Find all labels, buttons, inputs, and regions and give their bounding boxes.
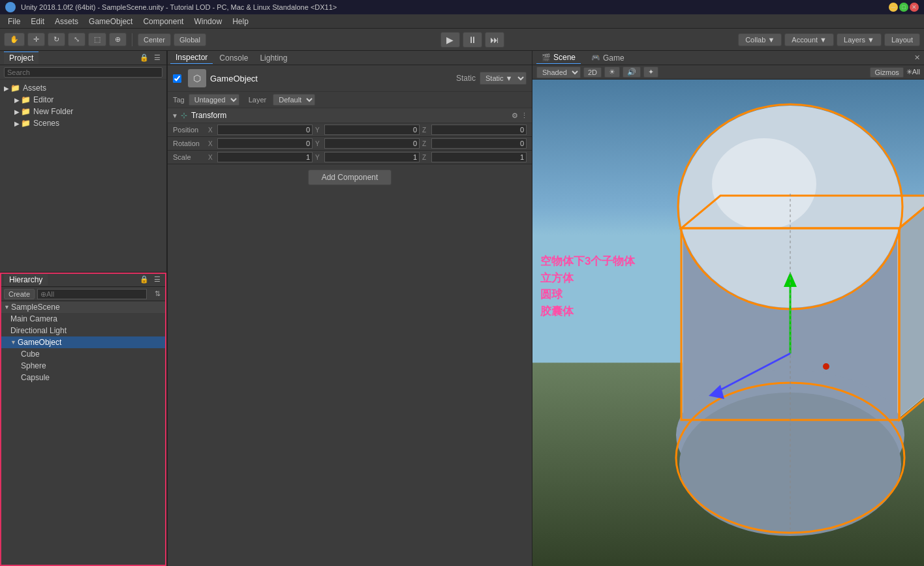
menu-help[interactable]: Help (227, 16, 254, 27)
menu-edit[interactable]: Edit (25, 16, 50, 27)
project-panel-icons: 🔒 ☰ (139, 53, 162, 63)
project-search-bar (0, 65, 166, 80)
lighting-toggle[interactable]: ☀ (604, 67, 620, 78)
center-button[interactable]: Center (138, 33, 171, 46)
create-button[interactable]: Create (4, 289, 35, 299)
scale-z-input[interactable] (431, 152, 527, 162)
menu-component[interactable]: Component (138, 16, 189, 27)
position-y-input[interactable]: 0 (324, 125, 420, 135)
rect-tool[interactable]: ⬚ (88, 33, 106, 46)
capsule-label: Capsule (21, 373, 50, 382)
transform-arrow: ▼ (172, 112, 178, 119)
scene-close-icon[interactable]: ✕ (914, 53, 920, 62)
scale-x-input[interactable] (217, 152, 313, 162)
rotation-x-input[interactable] (217, 138, 313, 149)
lock-icon[interactable]: 🔒 (139, 53, 149, 63)
tab-game[interactable]: 🎮 Game (586, 52, 630, 64)
tab-scene[interactable]: 🎬 Scene (536, 52, 581, 64)
tag-dropdown[interactable]: Untagged (189, 94, 239, 106)
layout-button[interactable]: Layout (884, 33, 920, 46)
account-button[interactable]: Account ▼ (784, 33, 834, 46)
layer-label: Layer (249, 96, 267, 104)
shading-mode-select[interactable]: Shaded (536, 67, 581, 78)
play-button[interactable]: ▶ (440, 32, 460, 48)
collab-button[interactable]: Collab ▼ (738, 33, 782, 46)
layer-dropdown[interactable]: Default (273, 94, 315, 106)
hierarchy-lock-icon[interactable]: 🔒 (139, 275, 149, 285)
tab-project[interactable]: Project (4, 52, 38, 64)
gameobject-active-checkbox[interactable] (173, 74, 181, 83)
menu-assets[interactable]: Assets (50, 16, 84, 27)
hierarchy-menu-icon[interactable]: ☰ (152, 275, 162, 285)
position-z-input[interactable]: 0 (431, 125, 527, 135)
editor-label: Editor (33, 95, 54, 104)
layers-button[interactable]: Layers ▼ (837, 33, 882, 46)
scene-item[interactable]: ▼ SampleScene (0, 301, 166, 313)
menu-window[interactable]: Window (189, 16, 227, 27)
rot-x-label: X (208, 140, 216, 147)
window-controls[interactable]: ─ □ ✕ (889, 3, 919, 12)
scene-tab-controls: ✕ (914, 53, 920, 62)
position-x-input[interactable]: 0 (217, 125, 313, 135)
move-tool[interactable]: ✛ (27, 33, 45, 46)
directional-light-item[interactable]: Directional Light (0, 325, 166, 336)
minimize-button[interactable]: ─ (889, 3, 898, 12)
transform-component-header[interactable]: ▼ ⊹ Transform ⚙ ⋮ (168, 108, 532, 123)
rotation-z-input[interactable] (431, 138, 527, 149)
inspector-tabs: Inspector Console Lighting (168, 51, 532, 65)
tab-lighting[interactable]: Lighting (254, 52, 292, 64)
scene-3d-viewport[interactable]: X Y Z Iso https://blog.csdn.net/ChinrCSD… (532, 80, 924, 566)
scale-y-input[interactable] (324, 152, 420, 162)
menu-file[interactable]: File (3, 16, 25, 27)
project-search-input[interactable] (4, 67, 162, 78)
gameobject-item[interactable]: ▼ GameObject (0, 336, 166, 348)
tab-hierarchy[interactable]: Hierarchy (4, 273, 48, 286)
pause-button[interactable]: ⏸ (463, 32, 482, 48)
gameobject-name[interactable]: GameObject (210, 74, 452, 83)
add-component-button[interactable]: Add Component (308, 170, 392, 185)
transform-icon: ⊹ (181, 111, 187, 120)
scale-x-field: X (208, 152, 313, 162)
main-camera-item[interactable]: Main Camera (0, 313, 166, 325)
menu-icon[interactable]: ☰ (152, 53, 162, 63)
inspector-gameobject-header: ⬡ GameObject Static Static ▼ (168, 65, 532, 92)
cube-item[interactable]: Cube (0, 348, 166, 360)
transform-overflow-icon[interactable]: ⋮ (521, 112, 528, 120)
audio-toggle[interactable]: 🔊 (623, 67, 641, 78)
step-button[interactable]: ⏭ (485, 32, 504, 48)
tag-label: Tag (173, 96, 185, 104)
hand-tool[interactable]: ✋ (4, 33, 25, 46)
static-label: Static (456, 74, 476, 83)
rotate-tool[interactable]: ↻ (48, 33, 65, 46)
transform-settings-icon[interactable]: ⚙ (512, 112, 518, 120)
hierarchy-sort-icon[interactable]: ⇅ (152, 289, 162, 299)
tab-inspector[interactable]: Inspector (170, 52, 213, 64)
static-dropdown[interactable]: Static ▼ (480, 72, 527, 85)
fx-toggle[interactable]: ✦ (643, 67, 658, 78)
project-folder-scenes[interactable]: ▶ 📁 Scenes (1, 117, 165, 129)
global-button[interactable]: Global (174, 33, 206, 46)
project-folder-assets[interactable]: ▶ 📁 Assets (1, 82, 165, 94)
sphere-item[interactable]: Sphere (0, 360, 166, 372)
gameobject-arrow: ▼ (10, 339, 16, 346)
sep1 (132, 33, 132, 46)
scale-tool[interactable]: ⤡ (68, 33, 85, 46)
rotation-label: Rotation (173, 140, 208, 147)
project-folder-editor[interactable]: ▶ 📁 Editor (1, 94, 165, 106)
hierarchy-search-input[interactable] (37, 289, 147, 299)
maximize-button[interactable]: □ (899, 3, 908, 12)
gameobject-icon: ⬡ (188, 69, 206, 87)
capsule-item[interactable]: Capsule (0, 372, 166, 383)
rotation-y-input[interactable] (324, 138, 420, 149)
svg-marker-3 (898, 197, 924, 419)
close-button[interactable]: ✕ (910, 3, 919, 12)
menu-gameobject[interactable]: GameObject (84, 16, 138, 27)
gizmos-button[interactable]: Gizmos (870, 67, 903, 78)
tab-console[interactable]: Console (214, 52, 253, 64)
rotation-z-field: Z (422, 138, 527, 149)
project-folder-newfolder[interactable]: ▶ 📁 New Folder (1, 106, 165, 117)
rot-z-label: Z (422, 140, 430, 147)
2d-button[interactable]: 2D (583, 67, 602, 78)
scene-view: 🎬 Scene 🎮 Game ✕ Shaded 2D ☀ 🔊 ✦ Gizmos … (532, 51, 924, 566)
combo-tool[interactable]: ⊕ (109, 33, 127, 46)
